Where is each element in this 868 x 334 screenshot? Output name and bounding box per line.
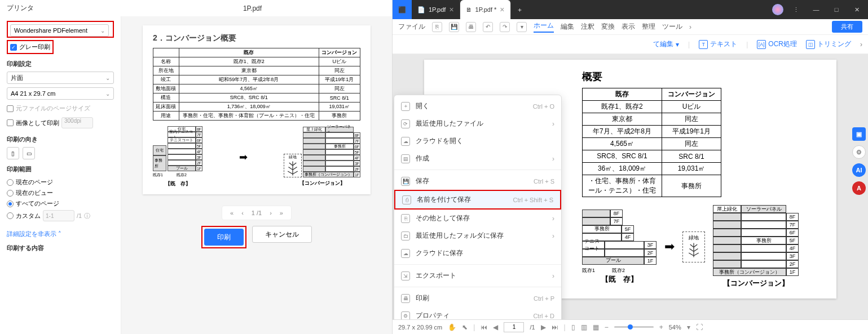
minimize-icon[interactable]: — (808, 6, 824, 13)
pager-prev[interactable]: ‹ (241, 210, 244, 216)
fullscreen-icon[interactable]: ⛶ (696, 323, 703, 331)
menu-home[interactable]: ホーム (534, 21, 554, 33)
menu-save-other[interactable]: ⎘その他として保存› (394, 210, 561, 227)
close-window-icon[interactable]: ✕ (849, 6, 865, 14)
menu-print[interactable]: 🖶印刷Ctrl + P (394, 290, 561, 307)
print-icon: 🖶 (401, 294, 410, 303)
quick-redo-icon[interactable]: ↷ (500, 22, 510, 32)
tab-2[interactable]: 🗎1P.pdf *× (460, 0, 511, 19)
settings-float-icon[interactable]: ⚙ (852, 145, 866, 159)
selection-mode-icon[interactable]: ▣ (852, 127, 866, 141)
print-title: プリンタ (7, 3, 120, 13)
preview-heading: 2．コンバージョン概要 (153, 33, 360, 43)
menu-properties[interactable]: ⚙プロパティCtrl + D (394, 307, 561, 319)
zoom-out-icon[interactable]: − (605, 323, 609, 331)
annotation-float-icon[interactable]: A (852, 181, 866, 195)
chevron-down-icon: ▾ (676, 41, 679, 48)
menu-cloud-open[interactable]: ☁クラウドを開く (394, 132, 561, 150)
tool-text[interactable]: Tテキスト (699, 39, 737, 49)
orientation-landscape[interactable]: ▭ (23, 147, 35, 159)
doc-table: 既存コンバージョン 既存1、既存2Uビル 東京都同左 年7月、平成2年8月平成1… (582, 88, 721, 197)
create-icon: ▤ (401, 154, 410, 163)
close-icon[interactable]: × (449, 5, 453, 14)
menu-view[interactable]: 表示 (622, 22, 635, 32)
tab-1[interactable]: 📄1P.pdf× (412, 0, 460, 19)
menu-open[interactable]: ＋開くCtrl + O (394, 97, 561, 115)
menu-cloud-save[interactable]: ☁クラウドに保存 (394, 244, 561, 262)
pager: « ‹ 1 /1 › » (222, 206, 292, 220)
quick-print-icon[interactable]: 🖶 (466, 22, 476, 32)
tool-trim[interactable]: ◫トリミング (806, 39, 851, 49)
zoom-in-icon[interactable]: + (659, 323, 663, 331)
printer-select[interactable]: Wondershare PDFelement (10, 24, 109, 37)
share-button[interactable]: 共有 (832, 21, 862, 33)
maximize-icon[interactable]: □ (829, 6, 844, 13)
quick-save-icon[interactable]: 💾 (449, 22, 459, 32)
quick-open-icon[interactable]: ⎘ (432, 22, 442, 32)
file-menu: ＋開くCtrl + O ⟳最近使用したファイル› ☁クラウドを開く ▤作成› 💾… (394, 95, 562, 319)
grayscale-checkbox[interactable]: ✓ グレー印刷 (10, 42, 50, 52)
view-single-icon[interactable]: ▯ (571, 323, 575, 331)
tool-ocr[interactable]: [A]OCR処理 (757, 39, 797, 49)
original-size-checkbox[interactable]: 元ファイルのページサイズ (7, 103, 114, 114)
menu-recent-folder[interactable]: 🗀最近使用したフォルダに保存› (394, 227, 561, 244)
hand-tool-icon[interactable]: ✋ (448, 323, 456, 331)
range-current-view[interactable]: 現在のビュー (7, 188, 114, 198)
view-facing-icon[interactable]: ▦ (593, 323, 599, 331)
page-next-icon[interactable]: ▶ (541, 323, 546, 331)
menu-save[interactable]: 💾保存Ctrl + S (394, 172, 561, 190)
file-icon: 📄 (417, 6, 425, 14)
quick-more-icon[interactable]: ▾ (517, 22, 527, 32)
print-button[interactable]: 印刷 (204, 229, 244, 246)
check-icon: ✓ (10, 44, 17, 51)
orientation-portrait[interactable]: ▯ (7, 147, 19, 159)
menu-recent-files[interactable]: ⟳最近使用したファイル› (394, 115, 561, 132)
page-prev-icon[interactable]: ◀ (493, 323, 498, 331)
chevron-right-icon[interactable]: › (860, 41, 862, 48)
menu-convert[interactable]: 変換 (601, 22, 615, 32)
duplex-select[interactable]: 片面 (7, 72, 114, 84)
view-continuous-icon[interactable]: ▥ (581, 323, 587, 331)
menu-create[interactable]: ▤作成› (394, 150, 561, 167)
tool-edit[interactable]: て編集▾ (653, 39, 679, 49)
page-first-icon[interactable]: ⏮ (481, 323, 487, 331)
ai-icon[interactable]: AI (852, 163, 866, 177)
menu-edit[interactable]: 編集 (561, 22, 574, 32)
zoom-slider[interactable] (614, 326, 654, 328)
zoom-value: 54% (669, 324, 681, 331)
chevron-down-icon[interactable]: ▾ (687, 323, 690, 331)
avatar-icon[interactable] (772, 4, 783, 15)
range-custom[interactable]: カスタム /1 ⓘ (7, 209, 114, 222)
quick-undo-icon[interactable]: ↶ (483, 22, 493, 32)
advanced-toggle[interactable]: 詳細設定を非表示 ˄ (7, 230, 61, 238)
menu-organize[interactable]: 整理 (642, 22, 655, 32)
pager-indicator: 1 /1 (252, 210, 262, 216)
menu-save-as[interactable]: ⎙名前を付けて保存Ctrl + Shift + S (395, 191, 560, 208)
arrow-icon: ➡ (664, 239, 675, 254)
tab-add[interactable]: ＋ (511, 0, 528, 19)
pager-next[interactable]: › (270, 210, 272, 216)
menu-annot[interactable]: 注釈 (581, 22, 594, 32)
chevron-right-icon: › (552, 155, 554, 163)
page-number-input[interactable] (504, 322, 524, 332)
close-icon[interactable]: × (500, 5, 504, 14)
cancel-button[interactable]: キャンセル (252, 226, 312, 243)
page-last-icon[interactable]: ⏭ (552, 323, 558, 331)
menu-tools[interactable]: ツール (662, 22, 682, 32)
info-icon: ⓘ (84, 212, 90, 220)
range-current-page[interactable]: 現在のページ (7, 177, 114, 188)
print-as-image-checkbox[interactable]: 画像として印刷 300dpi (7, 116, 114, 130)
select-tool-icon[interactable]: ⬉ (462, 323, 468, 331)
dpi-input[interactable]: 300dpi (61, 117, 93, 128)
pager-first[interactable]: « (230, 210, 233, 216)
menu-file[interactable]: ファイル (398, 22, 425, 32)
pager-last[interactable]: » (280, 210, 283, 216)
menu-export[interactable]: ⇲エクスポート› (394, 267, 561, 284)
folder-icon: 🗀 (401, 231, 410, 241)
paper-size-select[interactable]: A4 21 x 29.7 cm (7, 87, 114, 100)
range-label: 印刷範囲 (7, 165, 114, 173)
menu-icon[interactable]: ⋮ (788, 6, 804, 14)
range-all-pages[interactable]: すべてのページ (7, 198, 114, 209)
custom-range-input[interactable] (43, 210, 74, 221)
chevron-right-icon[interactable]: › (689, 23, 691, 31)
